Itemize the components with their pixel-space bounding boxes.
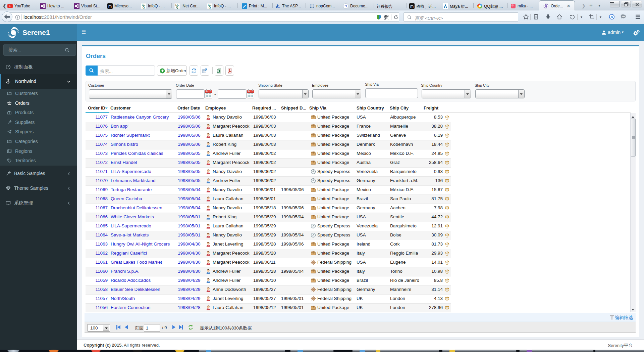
svg-text:m: m: [108, 4, 112, 9]
svg-text:a: a: [611, 15, 613, 19]
svg-text:m: m: [410, 4, 414, 9]
svg-text:Q: Q: [209, 6, 211, 9]
svg-text:Q: Q: [176, 6, 178, 9]
svg-text:Q: Q: [143, 6, 145, 9]
